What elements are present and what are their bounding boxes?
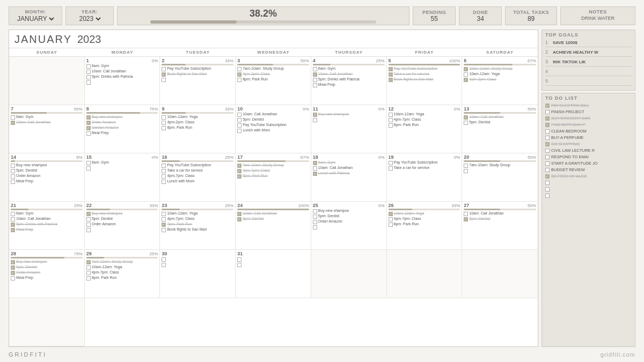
task-checkbox[interactable]	[464, 121, 468, 125]
task-checkbox[interactable]	[237, 217, 241, 221]
task-checkbox[interactable]	[313, 78, 317, 82]
task-checkbox[interactable]	[237, 169, 241, 173]
task-checkbox[interactable]	[11, 217, 15, 221]
todo-checkbox[interactable]	[545, 142, 550, 146]
task-checkbox[interactable]	[11, 164, 15, 168]
task-checkbox[interactable]	[389, 166, 393, 171]
task-checkbox[interactable]	[86, 260, 91, 264]
todo-checkbox[interactable]	[545, 161, 550, 166]
todo-checkbox[interactable]	[545, 136, 550, 140]
task-checkbox[interactable]	[237, 164, 241, 168]
task-checkbox[interactable]	[237, 212, 241, 216]
task-checkbox[interactable]	[313, 72, 317, 77]
task-checkbox[interactable]	[464, 217, 468, 221]
task-checkbox[interactable]	[464, 212, 468, 216]
task-checkbox[interactable]	[162, 212, 166, 216]
task-checkbox[interactable]	[86, 75, 91, 79]
task-checkbox[interactable]	[389, 67, 393, 71]
task-checkbox[interactable]	[464, 115, 468, 120]
task-checkbox[interactable]	[313, 209, 317, 213]
task-checkbox[interactable]	[11, 260, 15, 264]
task-checkbox[interactable]	[162, 67, 166, 71]
task-checkbox[interactable]	[162, 217, 166, 221]
year-select[interactable]: 2023	[77, 14, 103, 23]
task-checkbox[interactable]	[464, 67, 468, 71]
task-checkbox[interactable]	[162, 228, 166, 232]
task-checkbox[interactable]	[86, 131, 91, 136]
task-checkbox[interactable]	[313, 220, 317, 224]
task-checkbox[interactable]	[389, 212, 393, 216]
task-checkbox[interactable]	[237, 67, 241, 71]
task-checkbox[interactable]	[11, 115, 15, 120]
task-checkbox[interactable]	[86, 276, 91, 280]
year-control[interactable]: YEAR: 2023	[65, 6, 114, 25]
task-checkbox[interactable]	[464, 78, 468, 82]
task-checkbox[interactable]	[86, 161, 91, 165]
task-checkbox[interactable]	[313, 161, 317, 165]
task-checkbox[interactable]	[162, 164, 166, 168]
task-checkbox[interactable]	[237, 257, 241, 262]
todo-checkbox[interactable]	[545, 187, 550, 191]
task-checkbox[interactable]	[162, 169, 166, 173]
task-checkbox[interactable]	[389, 161, 393, 165]
todo-checkbox[interactable]	[545, 123, 550, 127]
task-checkbox[interactable]	[313, 118, 317, 122]
task-checkbox[interactable]	[389, 113, 393, 117]
todo-checkbox[interactable]	[545, 149, 550, 153]
task-checkbox[interactable]	[389, 118, 393, 122]
task-checkbox[interactable]	[11, 223, 15, 227]
month-control[interactable]: MONTH: JANUARY	[9, 6, 62, 25]
task-checkbox[interactable]	[86, 126, 91, 130]
task-checkbox[interactable]	[86, 115, 91, 120]
task-checkbox[interactable]	[464, 169, 468, 173]
task-checkbox[interactable]	[162, 115, 166, 120]
task-checkbox[interactable]	[237, 78, 241, 82]
task-checkbox[interactable]	[11, 228, 15, 232]
todo-checkbox[interactable]	[545, 168, 550, 172]
task-checkbox[interactable]	[313, 215, 317, 219]
task-checkbox[interactable]	[11, 169, 15, 173]
task-checkbox[interactable]	[389, 72, 393, 77]
todo-checkbox[interactable]	[545, 155, 550, 159]
task-checkbox[interactable]	[11, 271, 15, 275]
task-checkbox[interactable]	[162, 72, 166, 77]
todo-checkbox[interactable]	[545, 129, 550, 134]
task-checkbox[interactable]	[86, 70, 91, 74]
task-checkbox[interactable]	[237, 174, 241, 179]
task-checkbox[interactable]	[162, 223, 166, 227]
task-checkbox[interactable]	[162, 78, 166, 82]
task-checkbox[interactable]	[313, 172, 317, 176]
task-checkbox[interactable]	[86, 228, 91, 232]
task-checkbox[interactable]	[11, 180, 15, 184]
task-checkbox[interactable]	[11, 174, 15, 179]
todo-checkbox[interactable]	[545, 174, 550, 179]
task-checkbox[interactable]	[162, 174, 166, 179]
task-checkbox[interactable]	[313, 166, 317, 171]
task-checkbox[interactable]	[464, 164, 468, 168]
task-checkbox[interactable]	[313, 83, 317, 87]
task-checkbox[interactable]	[11, 212, 15, 216]
task-checkbox[interactable]	[11, 121, 15, 125]
task-checkbox[interactable]	[237, 129, 241, 133]
task-checkbox[interactable]	[237, 263, 241, 267]
task-checkbox[interactable]	[86, 212, 91, 216]
task-checkbox[interactable]	[162, 121, 166, 125]
task-checkbox[interactable]	[86, 265, 91, 270]
task-checkbox[interactable]	[313, 225, 317, 230]
task-checkbox[interactable]	[86, 121, 91, 125]
task-checkbox[interactable]	[464, 72, 468, 77]
task-checkbox[interactable]	[162, 257, 166, 262]
task-checkbox[interactable]	[237, 118, 241, 122]
task-checkbox[interactable]	[162, 180, 166, 184]
month-select[interactable]: JANUARY	[15, 14, 56, 23]
task-checkbox[interactable]	[11, 265, 15, 270]
task-checkbox[interactable]	[237, 123, 241, 128]
task-checkbox[interactable]	[162, 263, 166, 267]
todo-checkbox[interactable]	[545, 110, 550, 114]
todo-checkbox[interactable]	[545, 181, 550, 185]
todo-checkbox[interactable]	[545, 194, 550, 198]
task-checkbox[interactable]	[86, 166, 91, 171]
task-checkbox[interactable]	[313, 113, 317, 117]
task-checkbox[interactable]	[86, 223, 91, 227]
todo-checkbox[interactable]	[545, 104, 550, 108]
